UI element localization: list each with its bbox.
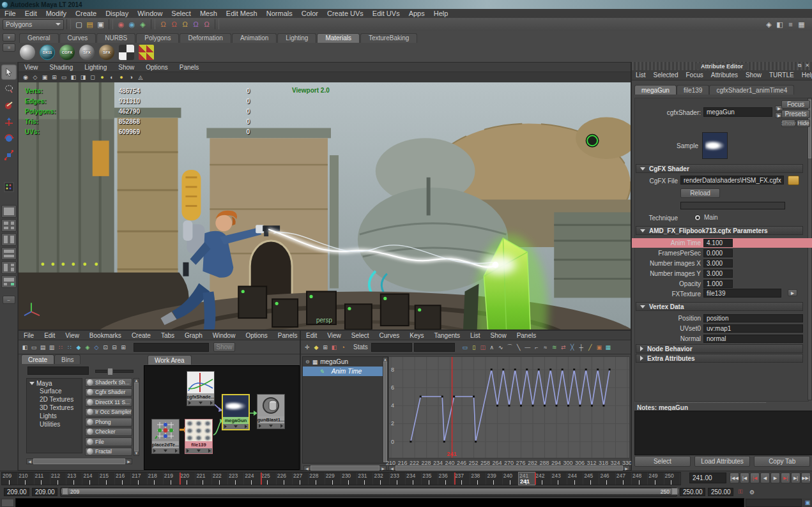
graph-editor-menu-item[interactable]: Panels [512,332,542,339]
tree-root[interactable]: Maya [27,380,82,387]
menu-item[interactable]: Edit UVs [368,10,404,17]
single-tab-layout-icon[interactable]: ▭ [29,343,38,352]
menu-item[interactable]: File [0,10,20,17]
frame-all-icon[interactable]: ▭ [461,343,470,352]
footer-button[interactable]: Select [634,456,691,467]
step-forward-frame-button[interactable]: ▶| [791,473,801,483]
tree-item[interactable]: 3D Textures [27,404,82,412]
node-file139[interactable]: file139 [185,419,213,454]
curve-view[interactable]: 02468 [388,356,630,458]
timeline-frame-228[interactable]: 228 [309,473,325,485]
create-search-field[interactable] [27,367,89,375]
timeline-frame-231[interactable]: 231 [357,473,373,485]
hypershade-menu-item[interactable]: View [60,332,84,339]
notes-textarea[interactable] [634,411,812,455]
shelf-tab[interactable]: Deformation [180,33,231,43]
new-scene-icon[interactable]: ▢ [73,19,84,30]
tree-item[interactable]: Surface [27,387,82,395]
create-node-button[interactable]: Cgfx Shader [85,388,132,397]
timeline-frame-250[interactable]: 250 [664,473,680,485]
timeline-frame-242[interactable]: 242 [535,473,551,485]
range-start-handle[interactable] [62,488,68,495]
snap-to-grid-icon[interactable]: Ω [158,19,169,30]
menu-item[interactable]: Edit Mesh [222,10,262,17]
play-backward-button[interactable]: ◀ [760,473,770,483]
attribute-editor-menu-item[interactable]: Help [798,72,812,79]
timeline-frame-245[interactable]: 245 [583,473,599,485]
toggle-create-bar-icon[interactable]: ◧ [20,343,29,352]
node-cgfxshader[interactable]: cgfxShade... [187,371,215,406]
timeline-frame-217[interactable]: 217 [131,473,147,485]
grid-toggle-icon[interactable]: ⊞ [50,73,59,82]
float-panel-icon[interactable]: ⧉ [796,62,803,69]
playback-start-field[interactable]: 209.00 [32,488,57,496]
fxtexture-connection-icon[interactable]: ▸ [788,289,797,296]
channel-box-toggle-icon[interactable]: ▦ [796,19,807,30]
select-camera-icon[interactable]: ◉ [21,73,30,82]
outliner-node-row[interactable]: ⊖ ▦ megaGun [303,357,388,367]
attribute-editor-menu-item[interactable]: List [632,72,650,79]
menu-item[interactable]: Help [429,10,453,17]
toolbox-collapse-button[interactable]: – [3,296,15,304]
section-cgfx-parameters[interactable]: AMD_FX_Flipbook713.cgfx Parameters [636,226,803,235]
timeline-frame-209[interactable]: 209 [2,473,18,485]
cgfx-file-field[interactable]: renderData\shaders\HSM_FX.cgfx [680,176,784,185]
tree-item[interactable]: 2D Textures [27,395,82,404]
animation-start-field[interactable]: 209.00 [4,488,29,496]
timeline-frame-216[interactable]: 216 [115,473,131,485]
shadows-icon[interactable]: ◑ [126,73,135,82]
attribute-editor-menu-item[interactable]: Focus [682,72,707,79]
work-area-tab[interactable]: Work Area [148,355,192,365]
graph-editor-menu-item[interactable]: Tangents [429,332,465,339]
input-connections-icon[interactable]: ⊡ [101,343,110,352]
shelf-tab[interactable]: Curves [59,33,96,43]
parameter-value-field[interactable]: 3.000 [703,259,733,268]
last-tool-icon[interactable] [1,179,17,195]
output-connections-icon[interactable]: ⊞ [119,343,128,352]
shaderfx-graph-icon[interactable]: SFX [98,44,115,61]
vertex-value-field[interactable]: normal [703,335,803,343]
menu-item[interactable]: Color [297,10,323,17]
timeline-frame-222[interactable]: 222 [212,473,228,485]
script-editor-icon[interactable]: ▣ [803,498,812,507]
vertex-value-field[interactable]: position [703,314,803,322]
viewport-menu-item[interactable]: Panels [174,64,205,71]
timeline-frame-229[interactable]: 229 [325,473,341,485]
timeline-frame-221[interactable]: 221 [195,473,211,485]
two-pane-side-layout-button[interactable] [1,233,17,246]
step-forward-key-button[interactable]: ▶| [781,473,790,483]
hypershade-tab[interactable]: Bins [54,354,80,364]
go-to-start-button[interactable]: |◀◀ [730,473,739,483]
go-to-end-button[interactable]: ▶▶| [801,473,811,483]
timeline-frame-223[interactable]: 223 [228,473,244,485]
tool-settings-toggle-icon[interactable]: ≡ [785,19,796,30]
create-node-button[interactable]: Shaderfx Sh... [85,378,132,387]
snap-to-curve-icon[interactable]: Ω [169,19,180,30]
film-gate-icon[interactable]: ▭ [59,73,68,82]
snap-to-view-plane-icon[interactable]: Ω [201,19,212,30]
timeline-frame-235[interactable]: 235 [422,473,438,485]
attribute-editor-menu-item[interactable]: Selected [650,72,682,79]
frame-playback-range-icon[interactable]: ▯ [470,343,479,352]
node-gunblast[interactable]: gunBlast1... [257,394,285,429]
menu-item[interactable]: Create [71,10,101,17]
hypershade-tab[interactable]: Create [21,354,54,364]
reload-button[interactable]: Reload [680,188,720,198]
node-megagun[interactable]: megaGun [222,394,250,430]
hypershade-menu-item[interactable]: Edit [39,332,60,339]
create-node-button[interactable]: Phong [85,418,132,427]
timeline-frame-240[interactable]: 240 [503,473,519,485]
region-select-icon[interactable]: ◧ [330,343,339,352]
command-line-mel-toggle[interactable] [1,499,14,507]
checker-texture-icon[interactable] [118,44,135,61]
show-button[interactable]: Show [213,342,235,352]
select-object-icon[interactable]: ◉ [126,19,137,30]
menu-item[interactable]: Display [101,10,133,17]
break-tangents-icon[interactable]: ╳ [568,343,577,352]
auto-tangents-icon[interactable]: ∧ [487,343,496,352]
close-panel-icon[interactable]: ✕ [804,62,811,69]
menu-item[interactable]: Modify [42,10,71,17]
timeline-frame-249[interactable]: 249 [648,473,664,485]
timeline-frame-211[interactable]: 211 [34,473,50,485]
split-tab-layout-icon[interactable]: ▥ [47,343,56,352]
